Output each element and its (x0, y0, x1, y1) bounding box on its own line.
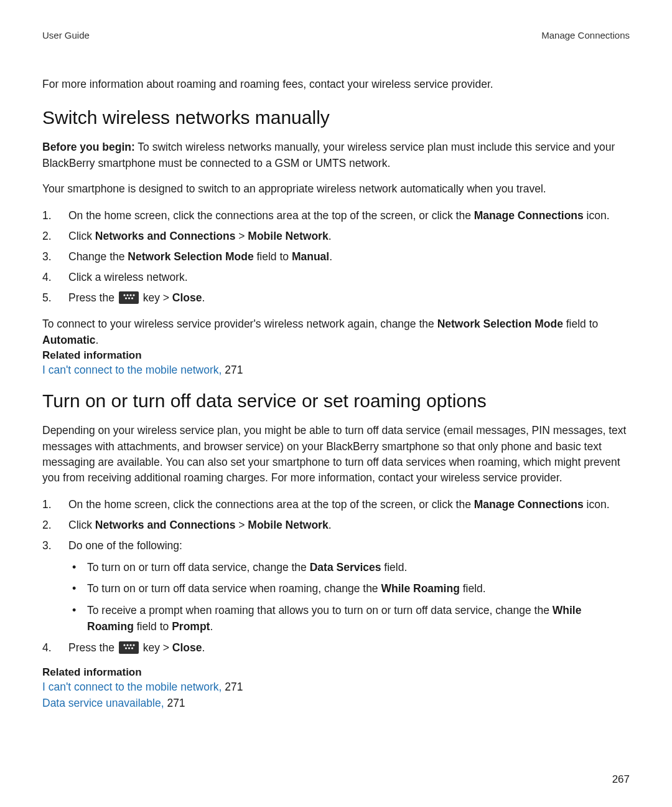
section2-steps: On the home screen, click the connection… (42, 496, 630, 657)
section2-paragraph: Depending on your wireless service plan,… (42, 423, 630, 486)
header-left: User Guide (42, 30, 90, 40)
s1-step4: Click a wireless network. (42, 269, 630, 286)
section1-after: To connect to your wireless service prov… (42, 316, 630, 348)
menu-key-icon (119, 641, 139, 654)
section2-title: Turn on or turn off data service or set … (42, 390, 630, 412)
section1-before: Before you begin: To switch wireless net… (42, 139, 630, 171)
s2-step2: Click Networks and Connections > Mobile … (42, 517, 630, 534)
svg-point-7 (123, 644, 125, 646)
svg-point-13 (131, 647, 133, 649)
s2-sub3: To receive a prompt when roaming that al… (68, 602, 630, 635)
s2-step4: Press the key > Close. (42, 639, 630, 656)
page-header: User Guide Manage Connections (42, 30, 630, 40)
s1-step1: On the home screen, click the connection… (42, 207, 630, 224)
link-data-service-unavailable[interactable]: Data service unavailable, (42, 697, 164, 709)
link-cant-connect-mobile-2[interactable]: I can't connect to the mobile network, (42, 681, 222, 693)
svg-point-12 (128, 647, 130, 649)
section1-related-heading: Related information (42, 349, 630, 362)
section1-related-link-row: I can't connect to the mobile network, 2… (42, 362, 630, 378)
s1-step5: Press the key > Close. (42, 290, 630, 306)
section2-related-heading: Related information (42, 666, 630, 679)
svg-point-6 (131, 297, 133, 299)
s2-step1: On the home screen, click the connection… (42, 496, 630, 513)
svg-point-3 (133, 294, 134, 296)
section1-title: Switch wireless networks manually (42, 107, 630, 128)
s1-step3: Change the Network Selection Mode field … (42, 248, 630, 265)
before-you-begin-label: Before you begin: (42, 141, 135, 153)
svg-point-11 (125, 647, 127, 649)
s2-sub1: To turn on or turn off data service, cha… (68, 559, 630, 575)
svg-point-5 (128, 297, 130, 299)
section1-paragraph: Your smartphone is designed to switch to… (42, 181, 630, 197)
s2-step3-sublist: To turn on or turn off data service, cha… (68, 559, 630, 635)
svg-point-9 (129, 644, 131, 646)
intro-paragraph: For more information about roaming and r… (42, 77, 630, 92)
svg-point-0 (123, 294, 125, 296)
menu-key-icon (119, 291, 139, 304)
svg-point-8 (126, 644, 128, 646)
s1-step2: Click Networks and Connections > Mobile … (42, 228, 630, 245)
s2-sub2: To turn on or turn off data service when… (68, 580, 630, 597)
header-right: Manage Connections (541, 30, 630, 40)
page-number: 267 (612, 773, 630, 786)
svg-point-2 (129, 294, 131, 296)
section2-related-link1-row: I can't connect to the mobile network, 2… (42, 679, 630, 695)
section2-related-link2-row: Data service unavailable, 271 (42, 695, 630, 711)
document-page: User Guide Manage Connections For more i… (0, 0, 672, 737)
svg-point-1 (126, 294, 128, 296)
svg-point-4 (125, 297, 127, 299)
section1-steps: On the home screen, click the connection… (42, 207, 630, 307)
s2-step3: Do one of the following: To turn on or t… (42, 537, 630, 635)
svg-point-10 (133, 644, 134, 646)
link-cant-connect-mobile[interactable]: I can't connect to the mobile network, (42, 364, 222, 376)
